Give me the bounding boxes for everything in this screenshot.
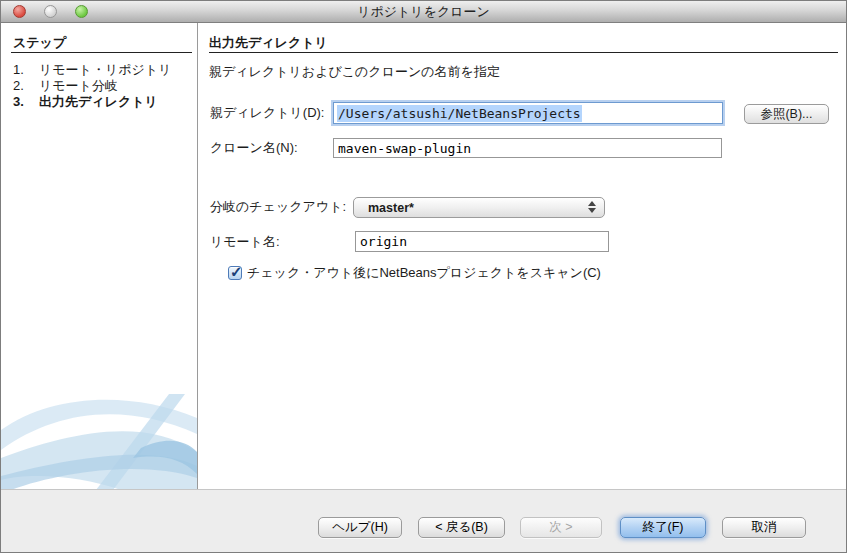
window-title: リポジトリをクローン bbox=[357, 3, 490, 21]
stepper-arrows-icon bbox=[588, 201, 596, 213]
help-button[interactable]: ヘルプ(H) bbox=[318, 517, 402, 538]
steps-list: 1. リモート・リポジトリ 2. リモート分岐 3. 出力先ディレクトリ bbox=[13, 62, 171, 110]
step-label: リモート分岐 bbox=[39, 78, 118, 94]
remote-name-input[interactable] bbox=[355, 231, 609, 252]
destination-directory-panel: 出力先ディレクトリ 親ディレクトリおよびこのクローンの名前を指定 親ディレクトリ… bbox=[199, 23, 846, 489]
back-button[interactable]: < 戻る(B) bbox=[418, 517, 505, 538]
browse-button[interactable]: 参照(B)... bbox=[744, 104, 829, 124]
branch-dropdown-value: master* bbox=[368, 201, 414, 215]
step-destination-directory: 3. 出力先ディレクトリ bbox=[13, 94, 171, 110]
heading-divider bbox=[209, 52, 838, 53]
remote-name-label: リモート名: bbox=[210, 234, 280, 250]
step-remote-branches: 2. リモート分岐 bbox=[13, 78, 171, 94]
dialog-footer: ヘルプ(H) < 戻る(B) 次 > 終了(F) 取消 bbox=[1, 489, 847, 552]
steps-header: ステップ bbox=[13, 34, 66, 52]
step-label: 出力先ディレクトリ bbox=[39, 94, 158, 110]
step-label: リモート・リポジトリ bbox=[39, 62, 171, 78]
parent-directory-label: 親ディレクトリ(D): bbox=[210, 105, 325, 121]
clone-name-label: クローン名(N): bbox=[210, 140, 298, 156]
selected-text: /Users/atsushi/NetBeansProjects bbox=[337, 105, 582, 122]
finish-button[interactable]: 終了(F) bbox=[620, 517, 706, 538]
next-button: 次 > bbox=[520, 517, 602, 538]
panel-subtitle: 親ディレクトリおよびこのクローンの名前を指定 bbox=[209, 63, 500, 81]
minimize-window-icon[interactable] bbox=[44, 5, 57, 18]
step-remote-repository: 1. リモート・リポジトリ bbox=[13, 62, 171, 78]
clone-name-input[interactable] bbox=[333, 138, 722, 158]
branch-dropdown[interactable]: master* bbox=[353, 197, 605, 218]
title-bar[interactable]: リポジトリをクローン bbox=[1, 1, 846, 23]
checkout-branch-label: 分岐のチェックアウト: bbox=[210, 199, 346, 215]
cancel-button[interactable]: 取消 bbox=[722, 517, 806, 538]
wizard-steps-sidebar: ステップ 1. リモート・リポジトリ 2. リモート分岐 3. 出力先ディレクト… bbox=[1, 23, 198, 491]
scan-projects-checkbox[interactable]: ✓ bbox=[228, 266, 242, 280]
close-window-icon[interactable] bbox=[13, 5, 26, 18]
steps-header-divider bbox=[11, 52, 192, 53]
clone-repository-dialog: リポジトリをクローン ステップ 1. リモート・リポジトリ 2. リモート分岐 … bbox=[0, 0, 847, 553]
zoom-window-icon[interactable] bbox=[75, 5, 88, 18]
netbeans-watermark-graphic bbox=[1, 388, 197, 490]
checkmark-icon: ✓ bbox=[230, 263, 243, 281]
scan-projects-checkbox-label[interactable]: チェック・アウト後にNetBeansプロジェクトをスキャン(C) bbox=[247, 265, 601, 281]
parent-directory-input[interactable]: /Users/atsushi/NetBeansProjects bbox=[333, 102, 723, 124]
panel-heading: 出力先ディレクトリ bbox=[209, 34, 328, 52]
